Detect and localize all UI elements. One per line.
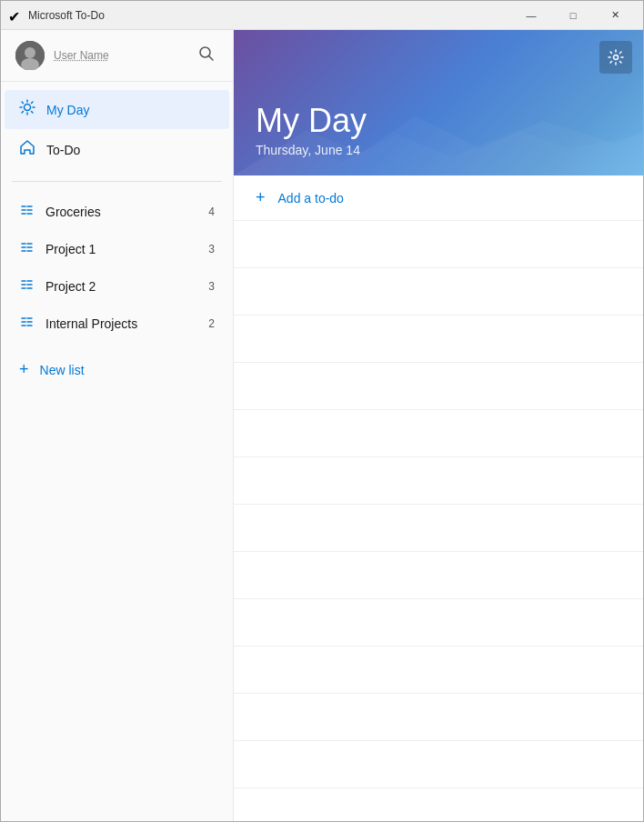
svg-point-5 (25, 105, 31, 111)
svg-line-12 (32, 102, 33, 103)
task-list: + Add a to-do (234, 175, 643, 821)
task-row (234, 505, 643, 552)
content-header: My Day Thursday, June 14 (234, 30, 643, 175)
plus-icon: + (19, 360, 29, 379)
home-icon (19, 139, 35, 160)
task-row (234, 457, 643, 505)
user-name: User Name (54, 49, 109, 62)
title-bar-left: ✔ Microsoft To-Do (8, 8, 105, 23)
my-day-label: My Day (46, 103, 215, 117)
list-icon-project2 (19, 277, 35, 296)
task-row (234, 363, 643, 410)
app-window: ✔ Microsoft To-Do — □ ✕ (0, 0, 644, 822)
avatar (15, 41, 45, 70)
lists-section: Groceries 4 Project 1 (1, 185, 233, 350)
task-row (234, 268, 643, 316)
svg-line-11 (32, 112, 33, 113)
main-layout: User Name (1, 30, 643, 821)
search-button[interactable] (195, 42, 218, 69)
task-row (234, 741, 643, 788)
svg-point-40 (614, 55, 619, 60)
svg-line-10 (22, 102, 23, 103)
sidebar-header: User Name (1, 30, 233, 82)
user-profile[interactable]: User Name (15, 41, 109, 70)
sidebar-item-project1[interactable]: Project 1 3 (5, 231, 229, 267)
to-do-label: To-Do (46, 143, 215, 157)
project1-label: Project 1 (45, 242, 187, 256)
task-row (234, 599, 643, 647)
task-row (234, 221, 643, 268)
task-row (234, 647, 643, 694)
new-list-label: New list (40, 363, 85, 377)
sidebar-item-my-day[interactable]: My Day (5, 90, 229, 129)
internal-projects-label: Internal Projects (45, 316, 187, 331)
maximize-button[interactable]: □ (552, 1, 594, 30)
sidebar: User Name (1, 30, 234, 821)
new-list-button[interactable]: + New list (5, 351, 229, 388)
internal-projects-badge: 2 (198, 317, 215, 330)
svg-line-4 (209, 56, 214, 61)
sidebar-item-groceries[interactable]: Groceries 4 (5, 194, 229, 230)
page-title: My Day (256, 103, 621, 139)
add-todo-label: Add a to-do (278, 191, 344, 206)
project1-badge: 3 (198, 243, 215, 256)
page-subtitle: Thursday, June 14 (256, 143, 621, 157)
task-row (234, 410, 643, 457)
list-icon-groceries (19, 203, 35, 221)
task-row (234, 552, 643, 599)
groceries-label: Groceries (45, 205, 187, 219)
task-row (234, 316, 643, 363)
close-button[interactable]: ✕ (594, 1, 636, 30)
project2-label: Project 2 (45, 279, 187, 294)
sidebar-item-to-do[interactable]: To-Do (5, 130, 229, 169)
list-icon-project1 (19, 240, 35, 258)
app-icon: ✔ (8, 8, 23, 23)
window-controls: — □ ✕ (510, 1, 636, 30)
sidebar-divider (12, 181, 222, 182)
task-row (234, 694, 643, 741)
sun-icon (19, 99, 35, 120)
add-todo-row[interactable]: + Add a to-do (234, 175, 643, 221)
sidebar-item-project2[interactable]: Project 2 3 (5, 268, 229, 305)
svg-line-13 (22, 112, 23, 113)
add-icon: + (256, 188, 266, 207)
svg-point-1 (25, 47, 35, 58)
primary-nav: My Day To-Do (1, 82, 233, 177)
groceries-badge: 4 (198, 206, 215, 218)
list-icon-internal-projects (19, 315, 35, 333)
minimize-button[interactable]: — (510, 1, 552, 30)
my-day-settings-button[interactable] (599, 41, 632, 74)
window-title: Microsoft To-Do (28, 9, 105, 22)
project2-badge: 3 (198, 280, 215, 293)
title-bar: ✔ Microsoft To-Do — □ ✕ (1, 1, 643, 30)
content-pane: My Day Thursday, June 14 + Add a to-do (234, 30, 643, 821)
sidebar-item-internal-projects[interactable]: Internal Projects 2 (5, 306, 229, 342)
